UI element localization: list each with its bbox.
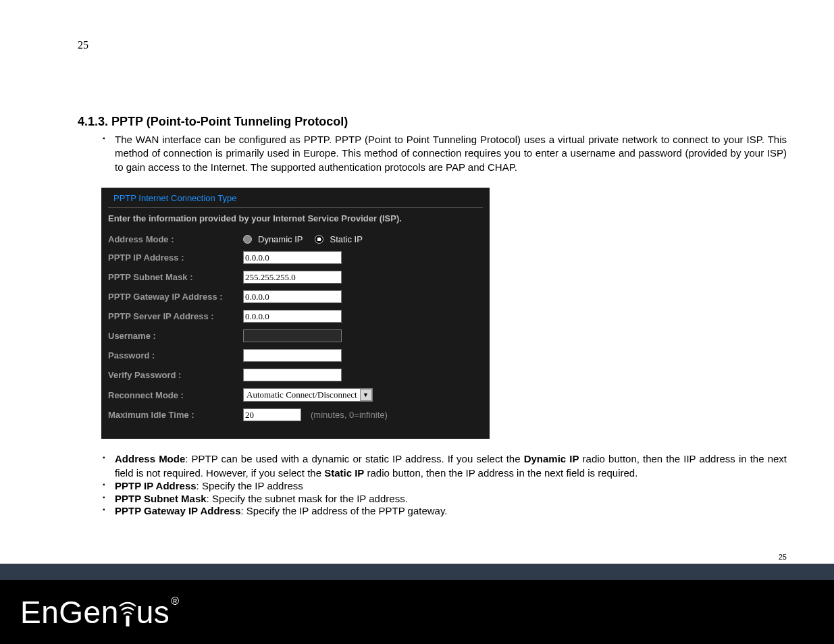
registered-icon: ® bbox=[171, 595, 179, 608]
verify-password-label: Verify Password : bbox=[108, 370, 243, 381]
username-input[interactable] bbox=[243, 329, 342, 342]
radio-static-label: Static IP bbox=[330, 234, 362, 244]
desc-gateway: PPTP Gateway IP Address: Specify the IP … bbox=[78, 505, 787, 518]
desc-gateway-term: PPTP Gateway IP Address bbox=[115, 505, 240, 516]
chevron-down-icon: ▼ bbox=[360, 389, 372, 401]
panel-title: PPTP Internet Connection Type bbox=[101, 188, 490, 207]
footer-bar bbox=[0, 564, 834, 580]
section-number: 4.1.3. bbox=[78, 115, 108, 128]
svg-rect-0 bbox=[126, 616, 129, 626]
section-heading: 4.1.3. PPTP (Point-to-Point Tunneling Pr… bbox=[78, 115, 787, 129]
desc-text: : Specify the subnet mask for the IP add… bbox=[207, 493, 408, 504]
desc-text: : PPTP can be used with a dynamic or sta… bbox=[185, 453, 523, 464]
desc-pptp-ip: PPTP IP Address: Specify the IP address bbox=[78, 480, 787, 493]
server-input[interactable] bbox=[243, 310, 342, 323]
intro-bullet: The WAN interface can be configured as P… bbox=[78, 133, 787, 174]
desc-text: : Specify the IP address bbox=[197, 480, 303, 491]
logo-text-1: EnGen bbox=[20, 594, 119, 630]
desc-address-mode: Address Mode: PPTP can be used with a dy… bbox=[78, 452, 787, 480]
radio-static-ip[interactable] bbox=[315, 235, 323, 244]
idle-label: Maximum Idle Time : bbox=[108, 410, 243, 421]
content-area: 4.1.3. PPTP (Point-to-Point Tunneling Pr… bbox=[78, 115, 787, 518]
logo-area: EnGen us ® bbox=[0, 580, 834, 644]
gateway-input[interactable] bbox=[243, 290, 342, 303]
username-label: Username : bbox=[108, 331, 243, 342]
desc-dynamic-ip: Dynamic IP bbox=[524, 453, 579, 464]
verify-password-input[interactable] bbox=[243, 369, 342, 381]
desc-pptp-ip-term: PPTP IP Address bbox=[115, 480, 197, 491]
server-label: PPTP Server IP Address : bbox=[108, 311, 243, 322]
config-panel: PPTP Internet Connection Type Enter the … bbox=[101, 188, 490, 439]
wifi-icon bbox=[118, 598, 138, 626]
password-label: Password : bbox=[108, 350, 243, 361]
desc-static-ip: Static IP bbox=[324, 467, 364, 479]
reconnect-label: Reconnect Mode : bbox=[108, 390, 243, 401]
gateway-label: PPTP Gateway IP Address : bbox=[108, 292, 243, 302]
pptp-ip-label: PPTP IP Address : bbox=[108, 252, 243, 263]
subnet-input[interactable] bbox=[243, 271, 342, 284]
logo-text-2: us bbox=[136, 594, 170, 630]
engenius-logo: EnGen us ® bbox=[20, 594, 180, 630]
pptp-ip-input[interactable] bbox=[243, 251, 342, 264]
desc-text: radio button, then the IP address in the… bbox=[364, 467, 637, 479]
reconnect-select[interactable]: Automatic Connect/Disconnect ▼ bbox=[243, 388, 373, 402]
desc-subnet-term: PPTP Subnet Mask bbox=[115, 493, 207, 504]
idle-input[interactable] bbox=[243, 408, 301, 421]
page-number-top: 25 bbox=[78, 39, 88, 51]
footer-page-number: 25 bbox=[779, 553, 787, 561]
idle-hint: (minutes, 0=infinite) bbox=[311, 410, 388, 420]
desc-address-mode-term: Address Mode bbox=[115, 453, 185, 464]
footer: 25 EnGen us ® bbox=[0, 564, 834, 644]
subnet-label: PPTP Subnet Mask : bbox=[108, 272, 243, 283]
password-input[interactable] bbox=[243, 349, 342, 362]
section-title: PPTP (Point-to-Point Tunneling Protocol) bbox=[111, 115, 348, 128]
reconnect-value: Automatic Connect/Disconnect bbox=[244, 390, 360, 400]
panel-subtitle: Enter the information provided by your I… bbox=[101, 208, 490, 233]
radio-dynamic-label: Dynamic IP bbox=[258, 234, 303, 244]
address-mode-label: Address Mode : bbox=[108, 234, 243, 245]
desc-subnet: PPTP Subnet Mask: Specify the subnet mas… bbox=[78, 493, 787, 506]
radio-dynamic-ip[interactable] bbox=[243, 235, 252, 244]
desc-text: : Specify the IP address of the PPTP gat… bbox=[240, 505, 447, 516]
